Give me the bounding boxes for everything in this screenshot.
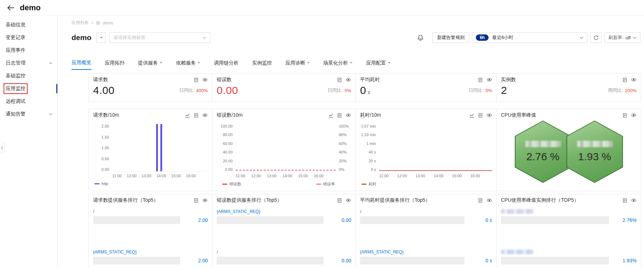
legend-label[interactable]: 错误率 (323, 182, 335, 187)
x-tick: 15:00 (171, 174, 181, 178)
eye-icon[interactable] (202, 197, 208, 203)
alarm-bell-icon[interactable] (417, 34, 424, 41)
x-tick: 14:00 (156, 174, 166, 178)
legend-label[interactable]: 耗时 (369, 182, 376, 187)
service-name-link[interactable]: / (93, 209, 208, 214)
chevron-left-icon (1, 146, 3, 150)
refresh-button[interactable] (590, 32, 602, 43)
legend-label[interactable]: http (102, 182, 108, 186)
y-tick: 2.00 (102, 124, 109, 128)
kpi-value: 0.00 (217, 84, 238, 96)
instance-tag-placeholder: 请选择实例标签 (113, 34, 203, 41)
eye-icon[interactable] (202, 112, 208, 118)
service-name-link[interactable]: {ARMS_STATIC_REQ} (360, 250, 492, 255)
time-range-select[interactable]: 6h 最近6小时 (472, 32, 587, 43)
y-axis: 1.67 min 1.33 min 1 min 40 s 20 s 0 s (360, 124, 379, 172)
eye-icon[interactable] (486, 77, 492, 83)
rank-item[interactable]: / 2.00 (93, 209, 208, 224)
eye-icon[interactable] (486, 197, 492, 203)
eye-icon[interactable] (486, 112, 492, 118)
chevron-down-icon (633, 37, 637, 39)
breadcrumb-app-list[interactable]: 应用列表 (72, 20, 89, 26)
log-icon[interactable] (622, 113, 627, 118)
tab-label: 场景化分析 (323, 60, 348, 66)
log-icon[interactable] (194, 113, 199, 118)
top5-card-requests: 请求数提供服务排行（Top5） / 2.00 (89, 194, 212, 268)
tab-dependent-services[interactable]: 依赖服务 (176, 60, 200, 70)
line-chart-icon[interactable] (328, 113, 334, 118)
instance-tag-select[interactable]: 请选择实例标签 (109, 32, 210, 43)
x-tick: 14:00 (283, 174, 292, 178)
errors-plot-area[interactable] (236, 124, 336, 172)
eye-icon[interactable] (631, 77, 637, 83)
rank-item[interactable]: {ARMS_STATIC_REQ} 0 s (360, 250, 492, 264)
tab-label: 依赖服务 (176, 60, 196, 66)
rank-item[interactable]: / 0.00 (217, 250, 351, 264)
line-chart-icon[interactable] (185, 113, 190, 118)
sidebar-item-remote-debug[interactable]: 远程调试 (0, 95, 57, 108)
rank-item[interactable]: 1.93% (501, 250, 637, 264)
log-icon[interactable] (337, 198, 342, 203)
eye-icon[interactable] (346, 77, 351, 83)
duration-plot-area[interactable] (379, 124, 492, 172)
log-icon[interactable] (478, 198, 483, 203)
eye-icon[interactable] (202, 77, 208, 83)
redacted-instance-label (525, 141, 561, 147)
card-title: 平均耗时 (360, 77, 380, 83)
requests-plot-area[interactable] (112, 124, 208, 172)
kpi-value: 0s (360, 84, 370, 96)
log-icon[interactable] (194, 77, 199, 83)
tab-app-config[interactable]: 应用配置 (366, 60, 391, 70)
cpu-hexagon-instance-2[interactable]: 1.93 % (566, 121, 623, 183)
tab-call-chain-analysis[interactable]: 调用链分析 (214, 60, 239, 70)
sidebar-item-log-management[interactable]: 日志管理 (0, 57, 57, 69)
log-icon[interactable] (622, 77, 627, 83)
log-icon[interactable] (337, 77, 342, 83)
tab-label: 应用配置 (366, 60, 386, 66)
sidebar-item-basic-info[interactable]: 基础信息 (0, 18, 57, 31)
sidebar-item-app-monitoring[interactable]: 应用监控 (0, 82, 57, 95)
service-name-link[interactable]: {ARMS_STATIC_REQ} (217, 209, 351, 214)
tab-app-overview[interactable]: 应用概览 (72, 60, 91, 70)
rank-bar-track (217, 216, 324, 224)
tab-provided-services[interactable]: 提供服务 (138, 60, 163, 70)
sidebar-item-change-records[interactable]: 变更记录 (0, 31, 57, 44)
sidebar-collapse-handle[interactable] (0, 143, 5, 153)
tab-scenario-analysis[interactable]: 场景化分析 (323, 60, 353, 70)
sidebar-item-basic-monitoring[interactable]: 基础监控 (0, 69, 57, 82)
service-name-link[interactable]: {ARMS_STATIC_REQ} (93, 250, 208, 255)
sidebar-item-app-events[interactable]: 应用事件 (0, 44, 57, 57)
rank-bar-track (501, 216, 609, 224)
sidebar-item-notification-alarm[interactable]: 通知告警 (0, 108, 57, 121)
eye-icon[interactable] (631, 112, 637, 118)
tab-app-diagnosis[interactable]: 应用诊断 (285, 60, 310, 70)
refresh-rate-select[interactable]: 刷新率: off (604, 32, 640, 43)
breadcrumb-current: demo (103, 21, 113, 26)
cpu-hexagon-instance-1[interactable]: 2.76 % (515, 121, 571, 183)
line-chart-icon[interactable] (469, 113, 474, 118)
rank-value: 0 s (469, 217, 492, 223)
rank-item[interactable]: / 0 s (360, 209, 492, 224)
app-name-title: demo (72, 33, 91, 42)
rank-item[interactable]: {ARMS_STATIC_REQ} 2.00 (93, 250, 208, 264)
y-tick: 100.00 (221, 124, 233, 128)
sidebar-item-label: 基础信息 (6, 22, 25, 28)
log-icon[interactable] (478, 77, 483, 83)
tab-instance-monitoring[interactable]: 实例监控 (252, 60, 272, 70)
service-name-link[interactable]: / (217, 250, 351, 255)
eye-icon[interactable] (346, 197, 351, 203)
log-icon[interactable] (194, 198, 199, 203)
new-alarm-rule-button[interactable]: 新建告警规则 (432, 32, 469, 43)
service-name-link[interactable]: / (360, 209, 492, 214)
log-icon[interactable] (337, 113, 342, 118)
log-icon[interactable] (478, 113, 483, 118)
legend-label[interactable]: 错误数 (229, 182, 241, 187)
eye-icon[interactable] (346, 112, 351, 118)
rank-item[interactable]: {ARMS_STATIC_REQ} 0.00 (217, 209, 351, 224)
rank-item[interactable]: 2.76% (501, 209, 637, 224)
log-icon[interactable] (622, 198, 627, 203)
app-switcher-dropdown[interactable] (96, 32, 106, 43)
eye-icon[interactable] (631, 197, 637, 203)
back-arrow-icon[interactable] (6, 4, 15, 12)
tab-app-topology[interactable]: 应用拓扑 (105, 60, 125, 70)
